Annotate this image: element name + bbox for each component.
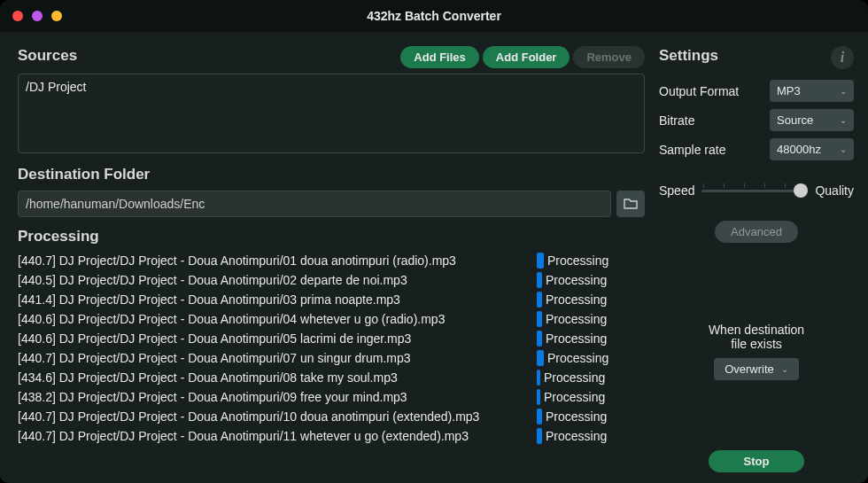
output-format-label: Output Format [659,84,739,98]
processing-status: Processing [546,292,607,307]
minimize-icon[interactable] [32,11,43,21]
chevron-down-icon: ⌄ [781,364,788,374]
progress-cell: Processing [537,409,645,425]
progress-bar [537,272,542,288]
processing-file: [440.6] DJ Project/DJ Project - Doua Ano… [18,331,537,346]
processing-file: [440.7] DJ Project/DJ Project - Doua Ano… [18,409,537,424]
progress-bar [537,370,540,386]
processing-row: [440.7] DJ Project/DJ Project - Doua Ano… [18,251,645,270]
processing-status: Processing [546,312,607,326]
processing-list: [440.7] DJ Project/DJ Project - Doua Ano… [18,251,645,476]
app-window: 432hz Batch Converter Sources Add Files … [0,0,868,483]
sample-rate-dropdown[interactable]: 48000hz ⌄ [770,138,854,160]
add-files-button[interactable]: Add Files [400,46,479,68]
advanced-button[interactable]: Advanced [715,221,798,243]
content: Sources Add Files Add Folder Remove /DJ … [0,32,868,483]
progress-bar [537,331,542,347]
quality-slider[interactable] [701,190,808,192]
maximize-icon[interactable] [51,11,62,21]
progress-bar [537,253,544,269]
processing-file: [438.2] DJ Project/DJ Project - Doua Ano… [18,390,537,404]
processing-file: [440.5] DJ Project/DJ Project - Doua Ano… [18,273,537,287]
progress-bar [537,389,540,405]
window-title: 432hz Batch Converter [0,9,868,23]
settings-pane: Settings i Output Format MP3 ⌄ Bitrate S… [659,46,854,476]
destination-input[interactable] [18,191,611,217]
processing-status: Processing [547,351,608,365]
processing-file: [434.6] DJ Project/DJ Project - Doua Ano… [18,370,537,385]
progress-cell: Processing [537,292,645,308]
processing-row: [438.2] DJ Project/DJ Project - Doua Ano… [18,387,645,407]
destination-exists-label: When destination file exists Overwrite ⌄ [659,323,854,380]
bitrate-label: Bitrate [659,113,694,128]
destination-heading: Destination Folder [18,166,645,183]
progress-bar [537,350,544,366]
browse-button[interactable] [616,191,645,217]
processing-status: Processing [546,331,607,346]
processing-row: [440.6] DJ Project/DJ Project - Doua Ano… [18,309,645,329]
progress-bar [537,292,542,308]
processing-row: [440.7] DJ Project/DJ Project - Doua Ano… [18,407,645,426]
processing-row: [434.6] DJ Project/DJ Project - Doua Ano… [18,368,645,387]
slider-thumb[interactable] [794,183,808,198]
speed-label: Speed [659,183,694,198]
chevron-down-icon: ⌄ [840,115,847,125]
progress-cell: Processing [537,428,645,444]
processing-file: [440.7] DJ Project/DJ Project - Doua Ano… [18,429,537,443]
progress-cell: Processing [537,272,645,288]
processing-row: [440.7] DJ Project/DJ Project - Doua Ano… [18,426,645,446]
progress-cell: Processing [537,331,645,347]
folder-icon [624,198,638,210]
progress-cell: Processing [537,350,645,366]
sources-list[interactable]: /DJ Project [18,74,645,153]
titlebar: 432hz Batch Converter [0,0,868,32]
add-folder-button[interactable]: Add Folder [483,46,570,68]
processing-status: Processing [546,429,607,443]
close-icon[interactable] [12,11,23,21]
source-item[interactable]: /DJ Project [26,80,637,94]
processing-row: [441.4] DJ Project/DJ Project - Doua Ano… [18,290,645,309]
processing-status: Processing [544,390,605,404]
sources-heading: Sources [18,47,77,65]
quality-label: Quality [815,183,854,198]
processing-status: Processing [547,253,608,268]
progress-bar [537,311,542,327]
progress-bar [537,428,542,444]
window-controls [0,11,62,21]
bitrate-dropdown[interactable]: Source ⌄ [770,109,854,131]
output-format-dropdown[interactable]: MP3 ⌄ [770,80,854,102]
progress-cell: Processing [537,389,645,405]
progress-cell: Processing [537,370,645,386]
progress-cell: Processing [537,311,645,327]
chevron-down-icon: ⌄ [840,86,847,96]
left-pane: Sources Add Files Add Folder Remove /DJ … [18,46,645,476]
remove-button: Remove [573,46,645,68]
info-button[interactable]: i [831,46,854,69]
progress-cell: Processing [537,253,645,269]
processing-row: [440.6] DJ Project/DJ Project - Doua Ano… [18,329,645,348]
processing-status: Processing [546,409,607,424]
overwrite-dropdown[interactable]: Overwrite ⌄ [714,358,799,380]
stop-button[interactable]: Stop [709,450,805,472]
processing-row: [440.7] DJ Project/DJ Project - Doua Ano… [18,348,645,368]
processing-file: [440.6] DJ Project/DJ Project - Doua Ano… [18,312,537,326]
processing-row: [440.5] DJ Project/DJ Project - Doua Ano… [18,270,645,290]
processing-status: Processing [546,273,607,287]
processing-heading: Processing [18,228,645,245]
sample-rate-label: Sample rate [659,143,725,157]
chevron-down-icon: ⌄ [840,144,847,154]
processing-status: Processing [544,370,605,385]
processing-file: [440.7] DJ Project/DJ Project - Doua Ano… [18,253,537,268]
processing-file: [441.4] DJ Project/DJ Project - Doua Ano… [18,292,537,307]
processing-file: [440.7] DJ Project/DJ Project - Doua Ano… [18,351,537,365]
progress-bar [537,409,542,425]
settings-heading: Settings [659,47,718,65]
